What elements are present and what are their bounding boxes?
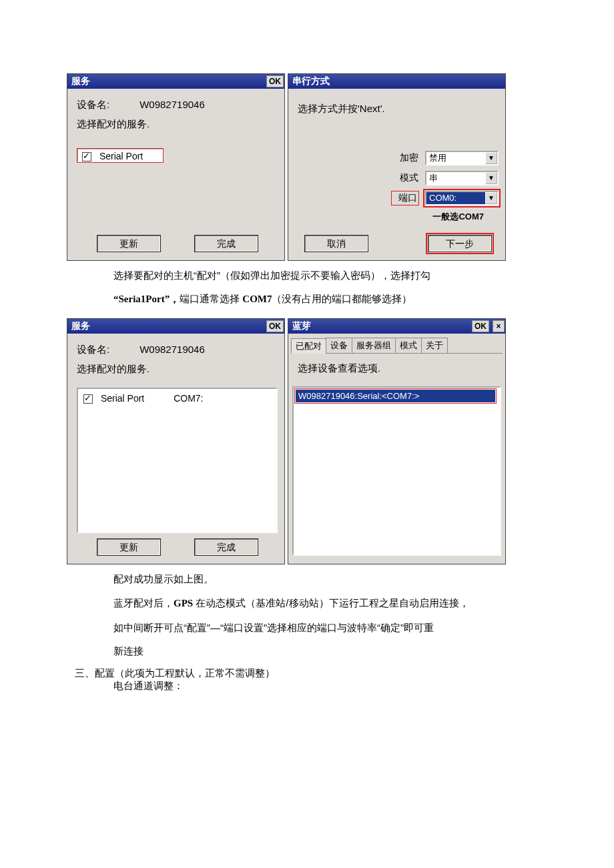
device-value: W0982719046 xyxy=(139,344,205,355)
ok-button[interactable]: OK xyxy=(266,320,284,332)
prompt: 选择配对的服务. xyxy=(77,360,278,379)
port-note: 一般选COM7 xyxy=(298,211,499,223)
mode-label: 模式 xyxy=(392,172,418,184)
serial-mode-panel: 串行方式 选择方式并按'Next'. 加密 禁用 ▼ 模式 串 xyxy=(288,73,506,261)
update-button[interactable]: 更新 xyxy=(97,538,161,556)
service-panel-1: 服务 OK 设备名: W0982719046 选择配对的服务. Serial P… xyxy=(67,73,285,261)
chevron-down-icon: ▼ xyxy=(485,172,497,184)
done-button[interactable]: 完成 xyxy=(194,538,258,556)
update-button[interactable]: 更新 xyxy=(97,235,161,252)
prompt: 选择方式并按'Next'. xyxy=(298,99,499,119)
bluetooth-panel: 蓝芽 OK × 已配对 设备 服务器组 模式 关于 选择设备查看选项. W098… xyxy=(288,318,506,564)
caption-2a: 配对成功显示如上图。 xyxy=(113,570,547,588)
checkbox-serial-port[interactable] xyxy=(83,394,93,404)
tab-paired[interactable]: 已配对 xyxy=(291,338,326,354)
tab-devices[interactable]: 设备 xyxy=(326,338,352,353)
device-value: W0982719046 xyxy=(139,99,205,110)
section-sub: 电台通道调整： xyxy=(113,680,547,693)
encrypt-label: 加密 xyxy=(392,152,418,164)
service-list[interactable]: Serial Port COM7: xyxy=(77,388,278,533)
cancel-button[interactable]: 取消 xyxy=(304,235,368,252)
tab-mode[interactable]: 模式 xyxy=(395,338,422,353)
title: 服务 xyxy=(71,75,264,87)
port-select[interactable]: COM0: ▼ xyxy=(425,191,499,205)
title: 蓝芽 xyxy=(292,320,469,332)
tab-about[interactable]: 关于 xyxy=(421,338,448,353)
ok-button[interactable]: OK xyxy=(472,320,489,332)
checkbox-serial-port[interactable] xyxy=(82,152,91,161)
chevron-down-icon: ▼ xyxy=(485,192,497,204)
port-label: 端口 xyxy=(392,191,418,205)
service-list[interactable]: Serial Port xyxy=(77,148,164,163)
tab-servers[interactable]: 服务器组 xyxy=(352,338,396,353)
mode-select[interactable]: 串 ▼ xyxy=(425,171,499,185)
list-item-label: Serial Port xyxy=(101,393,144,404)
next-button[interactable]: 下一步 xyxy=(428,235,492,252)
prompt: 选择配对的服务. xyxy=(77,115,278,134)
prompt: 选择设备查看选项. xyxy=(290,354,504,378)
caption-2c: 如中间断开可点“配置”—“端口设置”选择相应的端口与波特率“确定”即可重 xyxy=(113,618,547,637)
device-label: 设备名: xyxy=(77,340,137,360)
done-button[interactable]: 完成 xyxy=(194,235,258,252)
title: 服务 xyxy=(71,320,264,332)
section-heading: 三、配置（此项为工程默认，正常不需调整） xyxy=(75,667,547,680)
list-item-label: Serial Port xyxy=(99,151,143,161)
caption-1a: 选择要配对的主机“配对”（假如弹出加密提示不要输入密码），选择打勾 xyxy=(113,266,547,285)
chevron-down-icon: ▼ xyxy=(485,152,497,164)
service-panel-2: 服务 OK 设备名: W0982719046 选择配对的服务. Serial P… xyxy=(67,318,285,564)
paired-item[interactable]: W0982719046:Serial:<COM7:> xyxy=(296,390,495,402)
device-label: 设备名: xyxy=(77,95,137,115)
encrypt-select[interactable]: 禁用 ▼ xyxy=(425,151,499,165)
tab-bar: 已配对 设备 服务器组 模式 关于 xyxy=(291,338,503,354)
caption-1b-bold: “Seria1Port”， xyxy=(113,294,180,304)
paired-list[interactable]: W0982719046:Serial:<COM7:> xyxy=(292,386,501,556)
close-button[interactable]: × xyxy=(493,320,505,332)
list-item-port: COM7: xyxy=(174,393,203,404)
ok-button[interactable]: OK xyxy=(266,75,284,87)
title: 串行方式 xyxy=(292,75,505,87)
caption-2d: 新连接 xyxy=(113,642,547,661)
